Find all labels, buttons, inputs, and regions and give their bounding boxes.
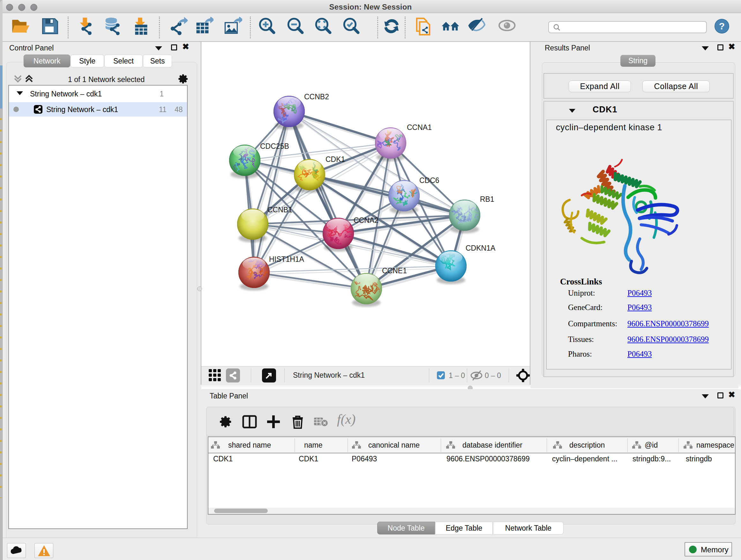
svg-text:CDKN1A: CDKN1A xyxy=(466,244,495,252)
svg-text:CDC6: CDC6 xyxy=(419,176,440,185)
svg-text:CCNB2: CCNB2 xyxy=(304,92,329,101)
svg-text:CDK1: CDK1 xyxy=(326,155,345,164)
svg-text:?: ? xyxy=(719,21,725,31)
svg-text:CCNA1: CCNA1 xyxy=(407,123,432,132)
svg-text:RB1: RB1 xyxy=(480,195,494,203)
svg-text:CDC25B: CDC25B xyxy=(260,142,289,150)
svg-text:CCNA2: CCNA2 xyxy=(354,216,379,225)
svg-text:CCNB1: CCNB1 xyxy=(267,206,292,214)
svg-text:1 of 1 Network selected: 1 of 1 Network selected xyxy=(68,75,145,84)
svg-text:CCNE1: CCNE1 xyxy=(382,266,407,275)
svg-text:HIST1H1A: HIST1H1A xyxy=(269,255,305,263)
